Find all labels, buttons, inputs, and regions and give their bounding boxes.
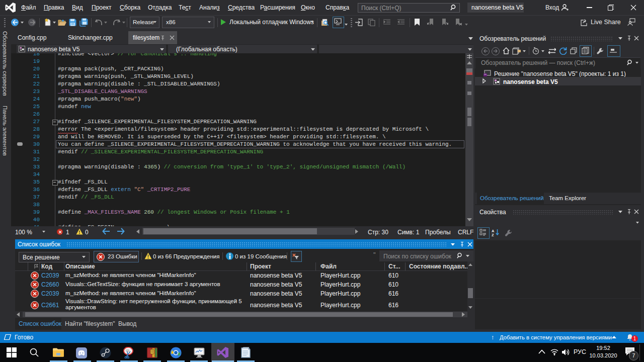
svg-text:Z: Z bbox=[492, 233, 494, 237]
